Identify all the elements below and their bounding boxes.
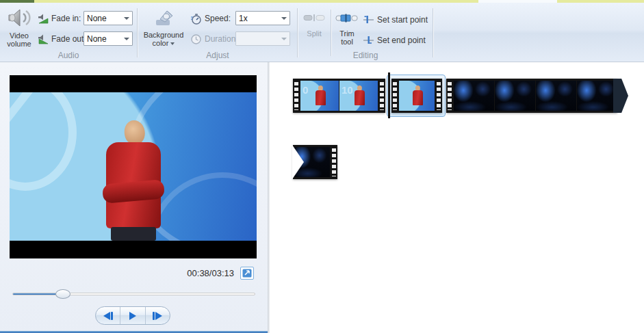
clip-frame: 10: [339, 81, 378, 111]
speed-value: 1x: [239, 14, 281, 23]
set-start-point-label: Set start point: [377, 15, 428, 25]
chevron-down-icon: [124, 38, 129, 40]
chevron-down-icon: [170, 42, 175, 45]
trim-tool-icon: [335, 14, 359, 25]
fade-in-icon: [38, 13, 49, 24]
speed-select[interactable]: 1x: [235, 11, 290, 25]
fade-in-select[interactable]: None: [83, 11, 133, 25]
video-volume-label: Video volume: [3, 31, 35, 48]
chevron-down-icon: [281, 38, 287, 40]
chevron-down-icon: [281, 17, 287, 20]
ribbon-separator: [297, 8, 298, 57]
adjust-group-label: Adjust: [140, 51, 296, 60]
preview-panel: 00:38/03:13: [0, 62, 268, 333]
film-sprockets: [391, 81, 398, 111]
frame-number: 10: [342, 84, 353, 96]
seek-fill: [13, 293, 59, 295]
fade-in-value: None: [87, 14, 124, 23]
video-preview: [10, 75, 257, 258]
movie-maker-window: Video volume Fade in: None Fade out: [0, 0, 644, 333]
ribbon-separator: [433, 8, 433, 57]
expand-arrow-icon: [242, 269, 252, 278]
video-scene: [10, 92, 257, 241]
presenter-figure: [10, 92, 257, 241]
fade-out-value: None: [87, 34, 124, 44]
next-frame-button[interactable]: [145, 307, 170, 324]
set-end-point-button[interactable]: Set end point: [363, 33, 426, 48]
ribbon: Video volume Fade in: None Fade out: [0, 3, 644, 62]
seek-thumb[interactable]: [55, 289, 70, 299]
duration-label: Duration:: [205, 34, 238, 44]
fade-out-icon: [38, 34, 49, 44]
frame-number: 0: [302, 84, 308, 96]
split-label: Split: [300, 29, 328, 38]
split-icon: [303, 14, 325, 24]
set-start-point-button[interactable]: Set start point: [363, 12, 428, 27]
ribbon-separator: [331, 10, 331, 56]
editing-group-label: Editing: [298, 51, 433, 60]
fade-out-select[interactable]: None: [83, 31, 133, 46]
previous-frame-button[interactable]: [96, 307, 120, 324]
trim-tool-label: Trim tool: [335, 29, 359, 46]
clip-frame: [577, 81, 617, 111]
set-end-point-icon: [363, 35, 374, 46]
speed-stopwatch-icon: [190, 13, 202, 24]
film-sprockets: [446, 81, 453, 111]
next-frame-icon: [155, 312, 162, 320]
ribbon-separator: [137, 8, 138, 57]
film-sprockets: [435, 81, 442, 111]
film-sprockets: [378, 81, 385, 111]
transport-controls: [95, 306, 170, 325]
clip-frame: 0: [300, 81, 339, 111]
speaker-icon: [7, 8, 31, 30]
play-button[interactable]: [120, 307, 144, 324]
previous-frame-icon: [103, 312, 110, 320]
chevron-down-icon: [124, 17, 129, 20]
storyboard-clip-3[interactable]: [446, 79, 617, 113]
set-start-point-icon: [363, 14, 374, 25]
fade-in-label: Fade in:: [51, 14, 81, 23]
audio-group-label: Audio: [0, 51, 137, 60]
fullscreen-button[interactable]: [240, 267, 254, 280]
set-end-point-label: Set end point: [377, 36, 426, 45]
fade-out-label: Fade out:: [51, 34, 86, 44]
duration-select: [235, 31, 290, 46]
storyboard-clip-3-continued[interactable]: [293, 145, 337, 179]
storyboard-clip-2-selected[interactable]: [387, 75, 446, 117]
film-sprockets: [293, 81, 300, 111]
duration-clock-icon: [190, 34, 202, 44]
clip-frame: [454, 81, 494, 111]
clip-frame: [399, 81, 435, 111]
speed-label: Speed:: [205, 14, 231, 23]
storyboard-clip-1[interactable]: 0 10: [293, 79, 385, 113]
clip-frame: [495, 81, 535, 111]
seek-bar[interactable]: [12, 293, 255, 295]
paint-bucket-icon: [152, 8, 175, 29]
background-color-label: Background color: [142, 31, 185, 47]
clip-frame: [536, 81, 576, 111]
storyboard-playhead[interactable]: [388, 72, 390, 118]
playback-time: 00:38/03:13: [123, 268, 234, 278]
film-sprockets: [331, 147, 337, 177]
play-icon: [129, 312, 136, 320]
